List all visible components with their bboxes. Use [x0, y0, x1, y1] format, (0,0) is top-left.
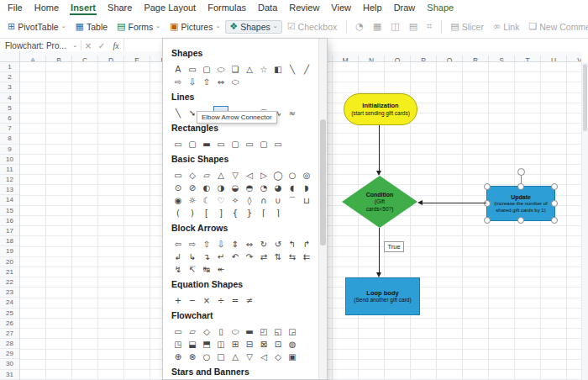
shape-option-icon[interactable]: ▢: [186, 138, 199, 150]
row-header-15[interactable]: 15: [0, 206, 19, 216]
column-header-D[interactable]: D: [98, 55, 124, 62]
shape-option-icon[interactable]: ]: [214, 207, 228, 219]
shape-option-icon[interactable]: ÷: [214, 294, 228, 307]
shape-option-icon[interactable]: ◁: [257, 351, 270, 363]
panel-scrollbar[interactable]: [318, 39, 327, 379]
shape-option-icon[interactable]: ↸: [186, 263, 199, 276]
row-header-3[interactable]: 3: [0, 82, 19, 92]
enter-icon[interactable]: ✓: [95, 41, 108, 50]
shape-option-icon[interactable]: ╲: [171, 107, 185, 119]
shape-option-icon[interactable]: ↯: [171, 263, 185, 276]
column-header-E[interactable]: E: [124, 55, 150, 62]
shape-option-icon[interactable]: =: [228, 294, 242, 307]
row-header-10[interactable]: 10: [0, 155, 19, 165]
shape-option-icon[interactable]: ⇔: [214, 76, 228, 88]
shape-option-icon[interactable]: (: [171, 207, 185, 219]
shape-option-icon[interactable]: ⇧: [200, 76, 213, 88]
row-header-13[interactable]: 13: [0, 185, 19, 195]
shape-option-icon[interactable]: ▢: [257, 138, 270, 150]
sheet-scrollbar-thumb[interactable]: [583, 64, 587, 131]
shape-option-icon[interactable]: ◇: [271, 351, 285, 363]
shape-option-icon[interactable]: +: [171, 294, 185, 307]
menu-formulas[interactable]: Formulas: [202, 0, 252, 15]
shape-option-icon[interactable]: ◧: [271, 63, 285, 76]
shape-option-icon[interactable]: △: [243, 63, 256, 76]
shape-option-icon[interactable]: ▭: [271, 138, 285, 150]
resize-handle[interactable]: [551, 217, 558, 224]
pivottable-button[interactable]: ⊞PivotTable⌄: [3, 20, 71, 34]
rotate-handle-icon[interactable]: [517, 168, 525, 176]
menu-draw[interactable]: Draw: [388, 0, 422, 15]
menu-help[interactable]: Help: [357, 0, 388, 15]
shape-option-icon[interactable]: □: [214, 351, 228, 363]
menu-share[interactable]: Share: [102, 0, 138, 15]
row-header-27[interactable]: 27: [0, 329, 19, 339]
column-header-O[interactable]: O: [385, 55, 411, 62]
select-all-corner[interactable]: [0, 51, 20, 62]
shape-option-icon[interactable]: ▣: [286, 351, 299, 363]
shape-option-icon[interactable]: ▭: [243, 138, 256, 150]
shape-option-icon[interactable]: ╲: [286, 63, 299, 76]
row-header-31[interactable]: 31: [0, 370, 19, 380]
menu-view[interactable]: View: [325, 0, 357, 15]
row-header-4[interactable]: 4: [0, 93, 19, 103]
shape-option-icon[interactable]: ▭: [214, 138, 228, 150]
connector-init-to-condition[interactable]: [379, 125, 380, 171]
menu-page-layout[interactable]: Page Layout: [138, 0, 202, 15]
shape-option-icon[interactable]: ⌈: [257, 207, 270, 219]
row-header-28[interactable]: 28: [0, 339, 19, 349]
shape-option-icon[interactable]: ╱: [300, 63, 313, 76]
row-header-20[interactable]: 20: [0, 257, 19, 267]
sheet-vertical-scrollbar[interactable]: [581, 62, 588, 380]
menu-insert[interactable]: Insert: [65, 0, 102, 15]
shape-option-icon[interactable]: ⌉: [271, 207, 285, 219]
shape-option-icon[interactable]: ▭: [171, 138, 185, 150]
shape-option-icon[interactable]: ▬: [200, 138, 213, 150]
column-header-R[interactable]: R: [463, 55, 489, 62]
menu-review[interactable]: Review: [283, 0, 325, 15]
name-box[interactable]: Flowchart: Pro... ⌄: [0, 39, 81, 52]
connector-condition-to-loop[interactable]: [379, 228, 380, 272]
row-header-19[interactable]: 19: [0, 246, 19, 256]
menu-shape[interactable]: Shape: [421, 0, 459, 15]
column-header-N[interactable]: N: [359, 55, 385, 62]
row-header-5[interactable]: 5: [0, 103, 19, 113]
shape-option-icon[interactable]: ↞: [214, 263, 228, 276]
shape-option-icon[interactable]: ⊕: [171, 351, 185, 363]
panel-scrollbar-thumb[interactable]: [320, 119, 326, 245]
row-header-1[interactable]: 1: [0, 62, 19, 72]
row-header-9[interactable]: 9: [0, 145, 19, 155]
row-header-14[interactable]: 14: [0, 195, 19, 205]
row-header-22[interactable]: 22: [0, 277, 19, 288]
forms-button[interactable]: ▤Forms⌄: [113, 20, 165, 34]
column-header-M[interactable]: M: [333, 55, 359, 62]
connector-update-to-condition[interactable]: [423, 203, 486, 203]
column-header-P[interactable]: P: [411, 55, 437, 62]
menu-file[interactable]: File: [2, 0, 29, 15]
row-header-23[interactable]: 23: [0, 288, 19, 298]
column-header-V[interactable]: V: [567, 55, 581, 62]
shape-option-icon[interactable]: ⊔: [300, 194, 313, 207]
resize-handle[interactable]: [551, 183, 558, 190]
column-header-U[interactable]: U: [541, 55, 567, 62]
shape-option-icon[interactable]: ↹: [200, 263, 213, 276]
shape-option-icon[interactable]: ↷: [243, 251, 256, 263]
cancel-icon[interactable]: ×: [81, 41, 95, 50]
shape-option-icon[interactable]: ≠: [243, 294, 256, 307]
row-header-21[interactable]: 21: [0, 267, 19, 277]
column-header-B[interactable]: B: [46, 55, 72, 62]
row-header-8[interactable]: 8: [0, 134, 19, 144]
flowchart-node-loop-body[interactable]: Loop body (Send another gift card): [345, 277, 420, 315]
shape-option-icon[interactable]: △: [228, 351, 242, 363]
flowchart-node-initialization[interactable]: Initialization (start sending gift cards…: [344, 93, 417, 125]
shape-option-icon[interactable]: ⇇: [300, 251, 313, 263]
shapes-button[interactable]: ❖Shapes⌄: [225, 20, 281, 34]
shape-option-icon[interactable]: ⇅: [271, 251, 285, 263]
resize-handle[interactable]: [551, 200, 558, 207]
table-button[interactable]: ▦Table: [71, 20, 113, 34]
menu-home[interactable]: Home: [29, 0, 65, 15]
resize-handle[interactable]: [484, 183, 491, 190]
row-header-2[interactable]: 2: [0, 72, 19, 82]
row-header-16[interactable]: 16: [0, 216, 19, 226]
pictures-button[interactable]: ▣Pictures⌄: [165, 20, 224, 34]
